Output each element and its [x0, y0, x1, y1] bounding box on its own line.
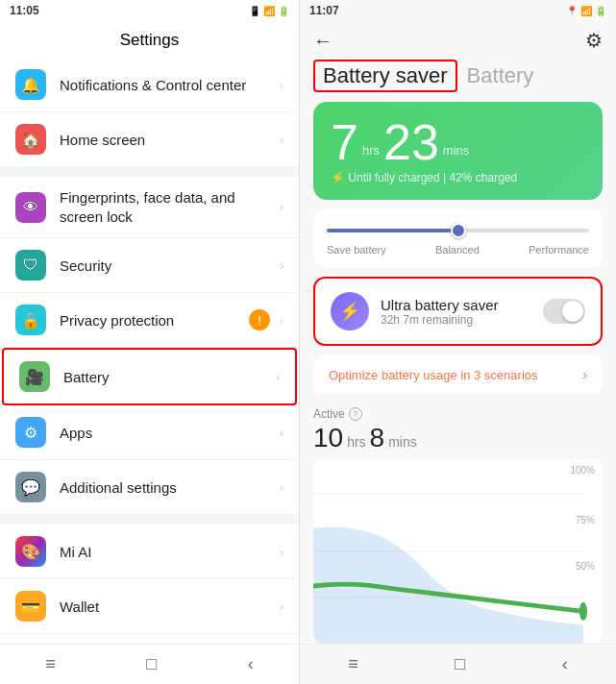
slider-label-save: Save battery — [327, 244, 386, 256]
charging-time: 7 hrs 23 mins — [331, 117, 585, 167]
notifications-icon: 🔔 — [21, 76, 40, 94]
hrs-label: hrs — [362, 143, 380, 158]
settings-item-fingerprints[interactable]: 👁 Fingerprints, face data, and screen lo… — [0, 177, 299, 238]
home-icon-left[interactable]: □ — [146, 654, 157, 674]
additional-icon-wrap: 💬 — [15, 472, 46, 502]
location-icon: 📍 — [566, 6, 578, 16]
active-hrs-unit: hrs — [347, 434, 365, 450]
active-mins: 8 — [370, 423, 385, 453]
privacy-icon: 🔒 — [21, 311, 40, 330]
home-screen-icon: 🏠 — [21, 131, 40, 149]
security-icon-wrap: 🛡 — [15, 250, 46, 281]
battery-label: Battery — [63, 369, 276, 385]
settings-item-notifications[interactable]: 🔔 Notifications & Control center › — [0, 58, 299, 112]
time-right: 11:07 — [309, 4, 339, 17]
settings-item-screen-time[interactable]: ⏱ Screen time › — [0, 634, 299, 644]
additional-icon: 💬 — [21, 478, 40, 497]
settings-panel: 11:05 📱 📶 🔋 Settings 🔔 Notifications & C… — [0, 0, 300, 684]
ultra-subtitle: 32h 7m remaining — [381, 313, 543, 327]
wallet-icon-wrap: 💳 — [15, 591, 46, 622]
ultra-text: Ultra battery saver 32h 7m remaining — [381, 297, 543, 327]
battery-icon-right: 🔋 — [595, 6, 606, 16]
settings-title: Settings — [0, 21, 299, 58]
battery-chart: 100% 75% 50% — [313, 459, 603, 644]
wallet-icon: 💳 — [21, 598, 40, 616]
bottom-nav-left: ≡ □ ‹ — [0, 644, 299, 684]
charging-subtitle: ⚡ Until fully charged | 42% charged — [331, 171, 585, 184]
settings-item-home-screen[interactable]: 🏠 Home screen › — [0, 112, 299, 167]
info-icon[interactable]: ? — [349, 407, 362, 421]
settings-item-additional[interactable]: 💬 Additional settings › — [0, 460, 299, 515]
battery-header: ← ⚙ — [300, 21, 616, 60]
divider2 — [0, 515, 299, 525]
charging-hours: 7 — [331, 117, 358, 167]
optimize-banner[interactable]: Optimize battery usage in 3 scenarios › — [313, 355, 603, 394]
ultra-title: Ultra battery saver — [381, 297, 543, 313]
notifications-icon-wrap: 🔔 — [15, 69, 46, 100]
status-icons-left: 📱 📶 🔋 — [249, 6, 289, 16]
battery-icon-left: 🔋 — [278, 6, 289, 16]
fingerprints-icon-wrap: 👁 — [15, 192, 46, 223]
chevron-icon: › — [280, 480, 283, 495]
home-icon-right[interactable]: □ — [455, 654, 465, 674]
chevron-icon: › — [280, 258, 283, 273]
slider-fill — [327, 229, 458, 232]
settings-list: 🔔 Notifications & Control center › 🏠 Hom… — [0, 58, 299, 644]
home-screen-label: Home screen — [60, 132, 280, 148]
ultra-battery-card[interactable]: ⚡ Ultra battery saver 32h 7m remaining — [313, 277, 603, 346]
settings-item-privacy[interactable]: 🔒 Privacy protection ! › — [0, 293, 299, 348]
menu-icon-right[interactable]: ≡ — [348, 654, 358, 674]
toggle-thumb — [562, 301, 583, 322]
miai-label: Mi AI — [60, 544, 280, 560]
chevron-icon: › — [280, 78, 283, 92]
active-text: Active — [313, 407, 345, 421]
chart-svg — [313, 459, 603, 644]
charging-card: 7 hrs 23 mins ⚡ Until fully charged | 42… — [313, 102, 603, 200]
chevron-icon: › — [276, 370, 280, 384]
additional-label: Additional settings — [60, 479, 280, 496]
battery-title-row: Battery saver Battery — [300, 60, 616, 102]
home-screen-icon-wrap: 🏠 — [15, 124, 46, 155]
back-button[interactable]: ← — [313, 30, 333, 52]
slider-label-performance: Performance — [529, 244, 589, 256]
signal-icon: 📶 — [263, 6, 275, 16]
back-icon-right[interactable]: ‹ — [562, 654, 568, 674]
apps-icon-wrap: ⚙ — [15, 417, 46, 448]
optimize-chevron: › — [582, 367, 587, 382]
battery-saver-tab[interactable]: Battery saver — [313, 60, 457, 92]
fingerprints-icon: 👁 — [23, 199, 38, 216]
security-label: Security — [60, 257, 280, 274]
chevron-icon: › — [280, 426, 283, 440]
active-mins-unit: mins — [388, 434, 417, 450]
miai-icon-wrap: 🎨 — [15, 536, 46, 567]
mins-label: mins — [443, 143, 469, 158]
whatsapp-icon: 📱 — [249, 6, 260, 16]
active-section: Active ? 10 hrs 8 mins — [300, 403, 616, 459]
chevron-icon: › — [280, 133, 283, 147]
ultra-toggle[interactable] — [543, 299, 585, 324]
settings-item-security[interactable]: 🛡 Security › — [0, 238, 299, 293]
chevron-icon: › — [280, 545, 283, 559]
miai-icon: 🎨 — [21, 543, 40, 561]
menu-icon-left[interactable]: ≡ — [45, 654, 56, 674]
settings-item-battery[interactable]: 🎥 Battery › — [2, 348, 297, 405]
status-bar-right: 11:07 📍 📶 🔋 — [300, 0, 616, 21]
back-icon-left[interactable]: ‹ — [248, 654, 254, 674]
svg-point-3 — [579, 602, 587, 621]
performance-slider: Save battery Balanced Performance — [313, 209, 603, 267]
battery-detail-panel: 11:07 📍 📶 🔋 ← ⚙ Battery saver Battery 7 … — [300, 0, 616, 684]
battery-icon: 🎥 — [25, 368, 44, 386]
slider-track-wrap[interactable] — [327, 221, 589, 240]
settings-item-miai[interactable]: 🎨 Mi AI › — [0, 525, 299, 579]
active-time-display: 10 hrs 8 mins — [313, 421, 603, 453]
settings-item-apps[interactable]: ⚙ Apps › — [0, 405, 299, 460]
privacy-badge: ! — [249, 309, 270, 330]
optimize-text: Optimize battery usage in 3 scenarios — [329, 368, 538, 382]
lightning-icon: ⚡ — [339, 301, 360, 322]
settings-icon[interactable]: ⚙ — [585, 29, 603, 52]
status-bar-left: 11:05 📱 📶 🔋 — [0, 0, 299, 21]
slider-thumb[interactable] — [451, 223, 466, 238]
settings-item-wallet[interactable]: 💳 Wallet › — [0, 579, 299, 634]
apps-label: Apps — [60, 425, 280, 441]
battery-tab[interactable]: Battery — [467, 63, 534, 88]
